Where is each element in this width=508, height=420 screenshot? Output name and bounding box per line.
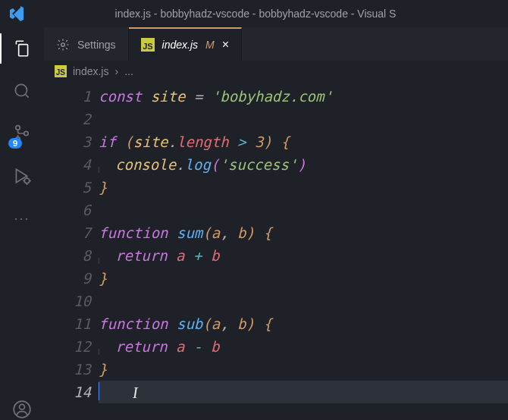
- breadcrumb-rest: ...: [124, 65, 133, 77]
- js-file-icon: JS: [141, 38, 155, 52]
- svg-point-3: [24, 131, 28, 135]
- breadcrumb[interactable]: JS index.js › ...: [44, 61, 508, 82]
- breadcrumb-file: index.js: [73, 65, 108, 77]
- tab-bar: Settings JS index.js M ×: [44, 27, 508, 61]
- svg-point-6: [20, 404, 25, 409]
- tab-label: Settings: [77, 39, 116, 51]
- code-area[interactable]: const site = 'bobyhadz.com' if (site.len…: [99, 82, 508, 420]
- ibeam-cursor-icon: I: [133, 381, 138, 404]
- editor[interactable]: 1 2 3 4 5 6 7 8 9 10 11 12 13 14 const s…: [44, 82, 508, 420]
- explorer-icon[interactable]: [11, 38, 33, 59]
- source-control-icon[interactable]: 9: [11, 123, 33, 144]
- tab-index-js[interactable]: JS index.js M ×: [129, 27, 242, 61]
- gear-icon: [56, 38, 70, 52]
- svg-point-0: [15, 84, 27, 96]
- svg-point-7: [61, 43, 65, 47]
- line-number-gutter: 1 2 3 4 5 6 7 8 9 10 11 12 13 14: [44, 82, 99, 420]
- tab-settings[interactable]: Settings: [44, 27, 129, 61]
- search-icon[interactable]: [11, 80, 33, 102]
- text-caret: [99, 382, 99, 400]
- scm-badge: 9: [8, 138, 22, 149]
- account-icon[interactable]: [11, 399, 33, 420]
- modified-indicator: M: [205, 39, 215, 51]
- window-title: index.js - bobbyhadz-vscode - bobbyhadz-…: [3, 8, 508, 20]
- title-bar: index.js - bobbyhadz-vscode - bobbyhadz-…: [0, 0, 508, 27]
- chevron-right-icon: ›: [114, 65, 118, 77]
- run-debug-icon[interactable]: [11, 165, 33, 186]
- svg-point-4: [24, 178, 30, 183]
- activity-bar: 9 ···: [0, 27, 44, 420]
- js-file-icon: JS: [55, 65, 67, 77]
- more-icon[interactable]: ···: [11, 208, 33, 229]
- close-icon[interactable]: ×: [222, 38, 229, 52]
- svg-point-1: [16, 126, 20, 130]
- tab-label: index.js: [162, 39, 198, 51]
